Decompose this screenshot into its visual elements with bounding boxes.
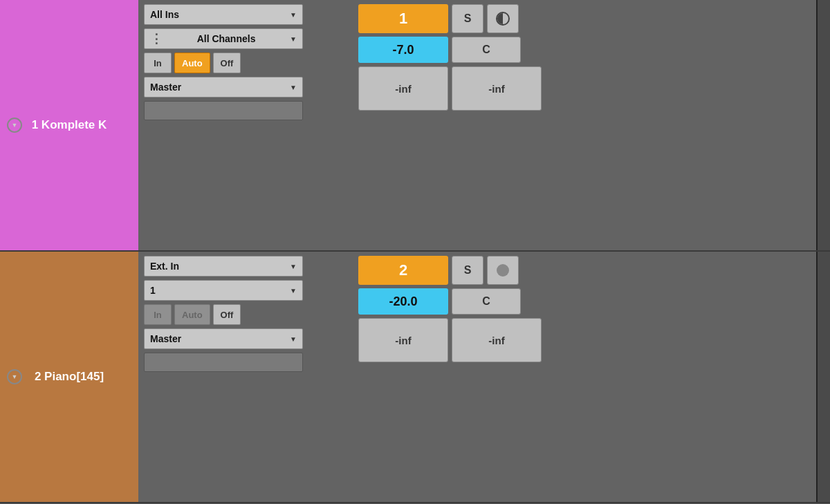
track-2-collapse-button[interactable]: ▼ — [7, 369, 22, 384]
track-2-rec-button[interactable] — [487, 256, 519, 285]
track-2-output-row: Master ▼ — [144, 328, 347, 349]
dropdown-arrow-icon: ▼ — [290, 263, 297, 270]
track-1-controls: All Ins ▼ ⋮ All Channels ▼ In Auto Off — [138, 0, 353, 250]
track-1-output-dropdown[interactable]: Master ▼ — [144, 77, 303, 97]
collapse-icon: ▼ — [12, 373, 18, 380]
rec-circle-icon — [497, 264, 509, 277]
collapse-icon: ▼ — [12, 122, 18, 129]
track-1-monitor-in-button[interactable]: In — [144, 53, 172, 73]
dropdown-arrow-icon: ▼ — [290, 287, 297, 295]
track-1-meter-left[interactable]: -inf — [358, 66, 448, 111]
track-2-monitor-auto-button[interactable]: Auto — [174, 304, 210, 325]
track-1-empty-field — [144, 101, 303, 120]
track-1-input-label: All Ins — [150, 9, 179, 20]
track-1-pan-value[interactable]: -7.0 — [358, 37, 448, 63]
track-2-channel-row: 1 ▼ — [144, 280, 347, 301]
track-2-input-row: Ext. In ▼ — [144, 256, 347, 277]
separator-4 — [816, 377, 818, 502]
separator-1 — [816, 0, 818, 125]
track-2-name-col: ▼ 2 Piano[145] — [0, 252, 138, 502]
track-2-empty-field — [144, 353, 303, 372]
track-1-channel-dropdown[interactable]: ⋮ All Channels ▼ — [144, 28, 303, 49]
track-1-rec-button[interactable] — [487, 4, 519, 33]
track-2-name: 2 Piano[145] — [35, 370, 104, 384]
tracks-container: ▼ 1 Komplete K All Ins ▼ ⋮ All Channels … — [0, 0, 830, 504]
track-1-name-col: ▼ 1 Komplete K — [0, 0, 138, 250]
track-1-scrollbar[interactable] — [816, 0, 830, 250]
track-2-number-row: 2 S — [358, 256, 811, 285]
track-1-collapse-button[interactable]: ▼ — [7, 118, 22, 133]
track-1-input-row: All Ins ▼ — [144, 4, 347, 25]
separator-2 — [816, 125, 818, 250]
track-2-volume-col: 2 S -20.0 C -inf -inf — [353, 252, 816, 502]
dropdown-arrow-icon: ▼ — [290, 84, 297, 91]
track-1-channel-label: All Channels — [197, 33, 256, 44]
dropdown-arrow-icon: ▼ — [290, 11, 297, 19]
track-1-monitor-off-button[interactable]: Off — [213, 53, 241, 73]
dropdown-arrow-icon: ▼ — [290, 35, 297, 43]
track-2-meter-left[interactable]: -inf — [358, 318, 448, 362]
track-2-monitor-in-button[interactable]: In — [144, 304, 172, 325]
rec-half-icon — [496, 12, 510, 26]
track-1-number-row: 1 S — [358, 4, 811, 33]
separator-3 — [816, 252, 818, 377]
track-1-number-button[interactable]: 1 — [358, 4, 448, 33]
track-1-output-label: Master — [150, 82, 181, 93]
track-2-monitor-row: In Auto Off — [144, 304, 347, 325]
track-2-empty-row — [144, 353, 347, 372]
track-1-output-row: Master ▼ — [144, 77, 347, 97]
dropdown-arrow-icon: ▼ — [290, 335, 297, 343]
track-1-empty-row — [144, 101, 347, 120]
track-1-name: 1 Komplete K — [32, 118, 107, 132]
track-2-output-label: Master — [150, 333, 181, 344]
track-2-input-label: Ext. In — [150, 261, 179, 272]
track-2-pan-center-button[interactable]: C — [452, 288, 521, 315]
track-row-2: ▼ 2 Piano[145] Ext. In ▼ 1 ▼ In — [0, 252, 830, 503]
track-2-channel-dropdown[interactable]: 1 ▼ — [144, 280, 303, 301]
track-2-scrollbar[interactable] — [816, 252, 830, 502]
track-2-channel-label: 1 — [150, 285, 156, 296]
track-2-meters-row: -inf -inf — [358, 318, 811, 362]
track-2-pan-value[interactable]: -20.0 — [358, 288, 448, 315]
track-row-1: ▼ 1 Komplete K All Ins ▼ ⋮ All Channels … — [0, 0, 830, 252]
track-1-pan-row: -7.0 C — [358, 37, 811, 63]
track-1-monitor-row: In Auto Off — [144, 53, 347, 73]
channel-dots-icon: ⋮ — [150, 31, 161, 46]
track-1-volume-col: 1 S -7.0 C -inf -inf — [353, 0, 816, 250]
track-1-meters-row: -inf -inf — [358, 66, 811, 111]
track-2-controls: Ext. In ▼ 1 ▼ In Auto Off Master — [138, 252, 353, 502]
track-2-solo-button[interactable]: S — [452, 256, 483, 285]
track-2-monitor-off-button[interactable]: Off — [213, 304, 241, 325]
track-2-output-dropdown[interactable]: Master ▼ — [144, 328, 303, 349]
track-1-channel-row: ⋮ All Channels ▼ — [144, 28, 347, 49]
track-2-number-button[interactable]: 2 — [358, 256, 448, 285]
track-1-solo-button[interactable]: S — [452, 4, 483, 33]
track-1-pan-center-button[interactable]: C — [452, 37, 521, 63]
track-2-input-dropdown[interactable]: Ext. In ▼ — [144, 256, 303, 277]
track-1-input-dropdown[interactable]: All Ins ▼ — [144, 4, 303, 25]
track-1-meter-right[interactable]: -inf — [452, 66, 542, 111]
track-2-meter-right[interactable]: -inf — [452, 318, 542, 362]
track-2-pan-row: -20.0 C — [358, 288, 811, 315]
track-1-monitor-auto-button[interactable]: Auto — [174, 53, 210, 73]
